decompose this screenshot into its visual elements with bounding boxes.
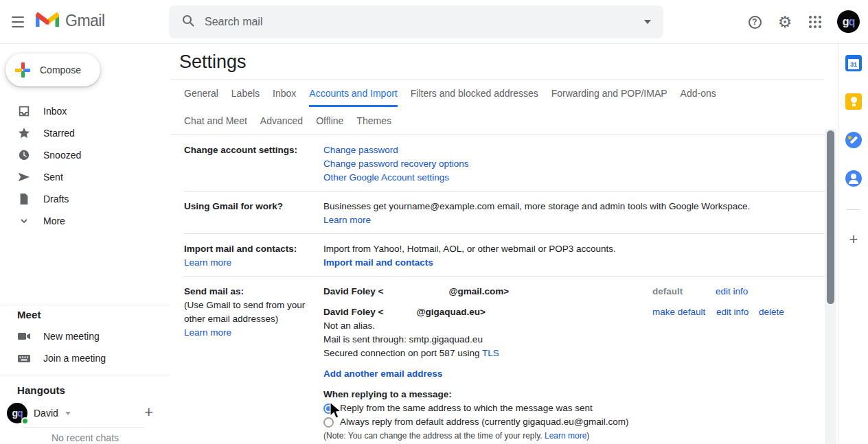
rail-divider	[847, 209, 860, 210]
online-status-dot	[21, 417, 29, 425]
chevron-down-icon	[17, 214, 31, 228]
tasks-icon[interactable]	[845, 132, 862, 148]
keyboard-icon	[17, 351, 31, 365]
compose-label: Compose	[40, 65, 81, 75]
search-icon[interactable]	[181, 14, 195, 30]
delete-link[interactable]: delete	[759, 305, 784, 319]
row-import-mail: Import mail and contacts: Learn more Imp…	[184, 234, 825, 277]
inbox-icon	[17, 104, 31, 118]
send-as-account-row: David Foley <@gigaquad.eu> make default …	[323, 305, 825, 319]
search-bar[interactable]	[169, 5, 663, 38]
hangouts-user-name: David	[34, 408, 58, 419]
settings-panel: Settings General Labels Inbox Accounts a…	[170, 44, 825, 444]
reply-option-default-address[interactable]: Always reply from default address (curre…	[323, 415, 825, 429]
hangouts-avatar: gq	[7, 403, 27, 423]
tab-labels[interactable]: Labels	[231, 80, 260, 107]
account-domain: @gigaquad.eu>	[416, 307, 486, 317]
main-menu-icon[interactable]	[10, 15, 25, 29]
reply-option-label: Reply from the same address to which the…	[340, 401, 593, 415]
vertical-scrollbar[interactable]	[825, 129, 836, 444]
tls-link[interactable]: TLS	[482, 348, 499, 358]
search-options-icon[interactable]	[644, 20, 651, 24]
tab-addons[interactable]: Add-ons	[681, 80, 716, 107]
alias-status-text: Not an alias.	[323, 319, 825, 333]
sidebar-item-sent[interactable]: Sent	[0, 166, 170, 188]
tab-accounts-and-import[interactable]: Accounts and Import	[309, 80, 397, 107]
mail-nav: Inbox Starred Snoozed Sent Drafts More	[0, 100, 170, 232]
tab-themes[interactable]: Themes	[356, 107, 391, 135]
edit-info-link[interactable]: edit info	[716, 305, 749, 319]
tab-filters[interactable]: Filters and blocked addresses	[411, 80, 538, 107]
reply-heading: When replying to a message:	[323, 388, 825, 401]
calendar-icon[interactable]: 31	[845, 55, 862, 71]
make-default-link[interactable]: make default	[652, 305, 705, 319]
tab-general[interactable]: General	[184, 80, 218, 107]
settings-rows: Change account settings: Change password…	[170, 135, 825, 444]
edit-info-link[interactable]: edit info	[716, 285, 748, 299]
gmail-logo[interactable]: Gmail	[36, 10, 105, 31]
tab-inbox[interactable]: Inbox	[273, 80, 296, 107]
import-mail-and-contacts-link[interactable]: Import mail and contacts	[323, 257, 433, 268]
hangouts-profile[interactable]: gq David	[7, 402, 163, 424]
tab-forwarding[interactable]: Forwarding and POP/IMAP	[551, 80, 667, 107]
sidebar-item-drafts[interactable]: Drafts	[0, 188, 170, 210]
tab-advanced[interactable]: Advanced	[260, 107, 303, 135]
row-label: Change account settings:	[184, 145, 297, 155]
new-conversation-icon[interactable]: +	[144, 404, 153, 421]
get-addons-icon[interactable]: +	[845, 231, 862, 248]
account-domain: @gmail.com>	[448, 286, 509, 296]
learn-more-link[interactable]: Learn more	[323, 215, 371, 225]
learn-more-link[interactable]: Learn more	[184, 327, 231, 338]
add-another-email-link[interactable]: Add another email address	[323, 369, 442, 379]
tab-chat-and-meet[interactable]: Chat and Meet	[184, 107, 247, 135]
reply-note: (Note: You can change the address at the…	[323, 429, 825, 443]
draft-icon	[17, 192, 31, 206]
radio-selected-icon[interactable]	[323, 404, 334, 414]
radio-unselected-icon[interactable]	[323, 417, 334, 428]
gmail-m-icon	[36, 10, 59, 31]
learn-more-link[interactable]: Learn more	[545, 431, 586, 441]
join-meeting-item[interactable]: Join a meeting	[0, 347, 170, 369]
reply-option-same-address[interactable]: Reply from the same address to which the…	[323, 401, 825, 415]
reply-option-label: Always reply from default address (curre…	[340, 415, 628, 429]
sidebar-item-inbox[interactable]: Inbox	[0, 100, 170, 122]
page-title: Settings	[170, 44, 825, 79]
sidebar-item-snoozed[interactable]: Snoozed	[0, 144, 170, 166]
row-label: Import mail and contacts:	[184, 244, 297, 254]
scrollbar-thumb[interactable]	[827, 130, 834, 304]
change-password-link[interactable]: Change password	[323, 145, 398, 155]
account-name: David Foley <	[323, 307, 383, 317]
sidebar-item-starred[interactable]: Starred	[0, 122, 170, 144]
settings-gear-icon[interactable]: ⚙	[777, 14, 793, 30]
gmail-wordmark: Gmail	[65, 12, 105, 30]
hangouts-dropdown-icon[interactable]	[65, 412, 71, 415]
sidebar-item-more[interactable]: More	[0, 210, 170, 232]
learn-more-link[interactable]: Learn more	[184, 257, 231, 268]
other-google-account-settings-link[interactable]: Other Google Account settings	[323, 172, 449, 183]
change-password-recovery-link[interactable]: Change password recovery options	[323, 159, 469, 169]
clock-icon	[17, 148, 31, 162]
gmail-for-work-text: Businesses get yourname@example.com emai…	[323, 200, 825, 213]
row-label: Using Gmail for work?	[184, 201, 283, 211]
star-icon	[17, 126, 31, 140]
row-label: Send mail as:	[184, 286, 244, 296]
send-mail-as-sublabel: (Use Gmail to send from your other email…	[184, 299, 318, 326]
new-meeting-item[interactable]: New meeting	[0, 325, 170, 347]
compose-plus-icon	[14, 62, 31, 78]
settings-tabs: General Labels Inbox Accounts and Import…	[170, 80, 761, 135]
account-avatar[interactable]: gq	[837, 10, 860, 33]
google-apps-icon[interactable]	[807, 14, 823, 30]
tab-offline[interactable]: Offline	[316, 107, 343, 135]
support-icon[interactable]: ?	[746, 14, 763, 30]
compose-button[interactable]: Compose	[5, 54, 100, 86]
no-recent-chats-text: No recent chats	[0, 432, 170, 443]
secured-connection-text: Secured connection on port 587 using TLS	[323, 347, 825, 360]
hangouts-section-title: Hangouts	[17, 384, 65, 396]
row-change-account-settings: Change account settings: Change password…	[184, 135, 825, 191]
search-input[interactable]	[205, 16, 644, 28]
top-bar: Gmail ? ⚙ gq	[0, 0, 868, 44]
contacts-icon[interactable]	[845, 170, 862, 187]
row-send-mail-as: Send mail as: (Use Gmail to send from yo…	[184, 277, 825, 444]
smtp-server-text: Mail is sent through: smtp.gigaquad.eu	[323, 333, 825, 347]
keep-icon[interactable]	[845, 93, 862, 110]
